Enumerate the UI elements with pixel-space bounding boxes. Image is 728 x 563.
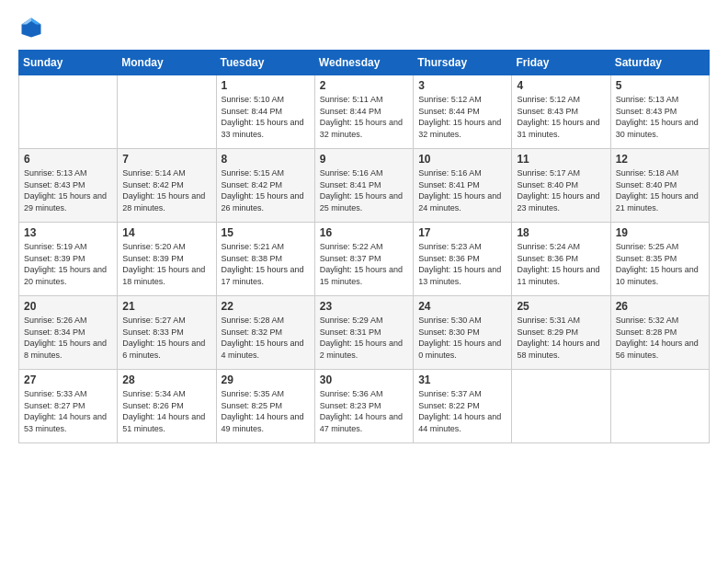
day-number: 28 (122, 373, 210, 386)
day-number: 14 (122, 226, 210, 239)
day-number: 29 (222, 373, 310, 386)
calendar-week-4: 20Sunrise: 5:26 AM Sunset: 8:34 PM Dayli… (19, 296, 710, 370)
day-number: 4 (517, 79, 605, 92)
day-number: 21 (122, 300, 210, 313)
day-number: 25 (517, 300, 605, 313)
day-number: 6 (24, 153, 112, 166)
logo (18, 15, 48, 40)
calendar-header-sunday: Sunday (19, 51, 118, 75)
day-number: 7 (122, 153, 210, 166)
calendar-cell-2-7: 12Sunrise: 5:18 AM Sunset: 8:40 PM Dayli… (610, 149, 709, 223)
cell-content: Sunrise: 5:14 AM Sunset: 8:42 PM Dayligh… (122, 167, 210, 213)
calendar-cell-4-2: 21Sunrise: 5:27 AM Sunset: 8:33 PM Dayli… (118, 296, 216, 370)
cell-content: Sunrise: 5:10 AM Sunset: 8:44 PM Dayligh… (222, 94, 310, 140)
cell-content: Sunrise: 5:21 AM Sunset: 8:38 PM Dayligh… (222, 241, 310, 287)
calendar-cell-1-4: 2Sunrise: 5:11 AM Sunset: 8:44 PM Daylig… (314, 75, 413, 149)
calendar-header-monday: Monday (118, 51, 216, 75)
logo-icon (18, 15, 44, 40)
day-number: 5 (616, 79, 704, 92)
cell-content: Sunrise: 5:30 AM Sunset: 8:30 PM Dayligh… (418, 315, 506, 361)
cell-content: Sunrise: 5:25 AM Sunset: 8:35 PM Dayligh… (616, 241, 704, 287)
day-number: 16 (320, 226, 408, 239)
calendar-cell-4-5: 24Sunrise: 5:30 AM Sunset: 8:30 PM Dayli… (414, 296, 512, 370)
calendar-cell-1-2 (118, 75, 216, 149)
cell-content: Sunrise: 5:36 AM Sunset: 8:23 PM Dayligh… (320, 388, 408, 434)
calendar-week-1: 1Sunrise: 5:10 AM Sunset: 8:44 PM Daylig… (19, 75, 710, 149)
calendar-week-3: 13Sunrise: 5:19 AM Sunset: 8:39 PM Dayli… (19, 223, 710, 296)
cell-content: Sunrise: 5:28 AM Sunset: 8:32 PM Dayligh… (222, 315, 310, 361)
calendar-cell-1-6: 4Sunrise: 5:12 AM Sunset: 8:43 PM Daylig… (512, 75, 610, 149)
cell-content: Sunrise: 5:17 AM Sunset: 8:40 PM Dayligh… (517, 167, 605, 213)
day-number: 27 (24, 373, 112, 386)
calendar-cell-2-4: 9Sunrise: 5:16 AM Sunset: 8:41 PM Daylig… (314, 149, 413, 223)
calendar-cell-3-4: 16Sunrise: 5:22 AM Sunset: 8:37 PM Dayli… (314, 223, 413, 296)
day-number: 24 (418, 300, 506, 313)
cell-content: Sunrise: 5:18 AM Sunset: 8:40 PM Dayligh… (616, 167, 704, 213)
day-number: 2 (320, 79, 408, 92)
calendar-cell-1-5: 3Sunrise: 5:12 AM Sunset: 8:44 PM Daylig… (414, 75, 512, 149)
day-number: 23 (320, 300, 408, 313)
day-number: 8 (222, 153, 310, 166)
calendar-cell-3-1: 13Sunrise: 5:19 AM Sunset: 8:39 PM Dayli… (19, 223, 118, 296)
cell-content: Sunrise: 5:24 AM Sunset: 8:36 PM Dayligh… (517, 241, 605, 287)
calendar-cell-2-1: 6Sunrise: 5:13 AM Sunset: 8:43 PM Daylig… (19, 149, 118, 223)
cell-content: Sunrise: 5:12 AM Sunset: 8:44 PM Dayligh… (418, 94, 506, 140)
calendar-cell-5-5: 31Sunrise: 5:37 AM Sunset: 8:22 PM Dayli… (414, 370, 512, 443)
day-number: 31 (418, 373, 506, 386)
calendar-cell-2-6: 11Sunrise: 5:17 AM Sunset: 8:40 PM Dayli… (512, 149, 610, 223)
calendar-cell-3-3: 15Sunrise: 5:21 AM Sunset: 8:38 PM Dayli… (216, 223, 314, 296)
page: SundayMondayTuesdayWednesdayThursdayFrid… (0, 0, 728, 563)
day-number: 13 (24, 226, 112, 239)
day-number: 1 (222, 79, 310, 92)
calendar-cell-3-5: 17Sunrise: 5:23 AM Sunset: 8:36 PM Dayli… (414, 223, 512, 296)
calendar-cell-1-3: 1Sunrise: 5:10 AM Sunset: 8:44 PM Daylig… (216, 75, 314, 149)
cell-content: Sunrise: 5:33 AM Sunset: 8:27 PM Dayligh… (24, 388, 112, 434)
day-number: 9 (320, 153, 408, 166)
calendar-header-friday: Friday (512, 51, 610, 75)
day-number: 15 (222, 226, 310, 239)
day-number: 20 (24, 300, 112, 313)
calendar-cell-5-6 (512, 370, 610, 443)
day-number: 30 (320, 373, 408, 386)
calendar-cell-1-7: 5Sunrise: 5:13 AM Sunset: 8:43 PM Daylig… (610, 75, 709, 149)
calendar-cell-1-1 (19, 75, 118, 149)
calendar-cell-2-2: 7Sunrise: 5:14 AM Sunset: 8:42 PM Daylig… (118, 149, 216, 223)
cell-content: Sunrise: 5:26 AM Sunset: 8:34 PM Dayligh… (24, 315, 112, 361)
cell-content: Sunrise: 5:15 AM Sunset: 8:42 PM Dayligh… (222, 167, 310, 213)
calendar-header-thursday: Thursday (414, 51, 512, 75)
day-number: 12 (616, 153, 704, 166)
day-number: 22 (222, 300, 310, 313)
header (18, 15, 710, 40)
day-number: 19 (616, 226, 704, 239)
day-number: 17 (418, 226, 506, 239)
calendar-cell-5-1: 27Sunrise: 5:33 AM Sunset: 8:27 PM Dayli… (19, 370, 118, 443)
calendar-header-saturday: Saturday (610, 51, 709, 75)
calendar-cell-3-2: 14Sunrise: 5:20 AM Sunset: 8:39 PM Dayli… (118, 223, 216, 296)
calendar-cell-4-6: 25Sunrise: 5:31 AM Sunset: 8:29 PM Dayli… (512, 296, 610, 370)
calendar-cell-5-2: 28Sunrise: 5:34 AM Sunset: 8:26 PM Dayli… (118, 370, 216, 443)
day-number: 3 (418, 79, 506, 92)
day-number: 11 (517, 153, 605, 166)
calendar-header-tuesday: Tuesday (216, 51, 314, 75)
calendar-cell-3-7: 19Sunrise: 5:25 AM Sunset: 8:35 PM Dayli… (610, 223, 709, 296)
calendar-table: SundayMondayTuesdayWednesdayThursdayFrid… (18, 50, 710, 443)
cell-content: Sunrise: 5:27 AM Sunset: 8:33 PM Dayligh… (122, 315, 210, 361)
calendar-cell-2-5: 10Sunrise: 5:16 AM Sunset: 8:41 PM Dayli… (414, 149, 512, 223)
calendar-week-5: 27Sunrise: 5:33 AM Sunset: 8:27 PM Dayli… (19, 370, 710, 443)
day-number: 10 (418, 153, 506, 166)
calendar-week-2: 6Sunrise: 5:13 AM Sunset: 8:43 PM Daylig… (19, 149, 710, 223)
calendar-header-row: SundayMondayTuesdayWednesdayThursdayFrid… (19, 51, 710, 75)
cell-content: Sunrise: 5:16 AM Sunset: 8:41 PM Dayligh… (320, 167, 408, 213)
cell-content: Sunrise: 5:20 AM Sunset: 8:39 PM Dayligh… (122, 241, 210, 287)
day-number: 26 (616, 300, 704, 313)
cell-content: Sunrise: 5:19 AM Sunset: 8:39 PM Dayligh… (24, 241, 112, 287)
cell-content: Sunrise: 5:31 AM Sunset: 8:29 PM Dayligh… (517, 315, 605, 361)
cell-content: Sunrise: 5:37 AM Sunset: 8:22 PM Dayligh… (418, 388, 506, 434)
cell-content: Sunrise: 5:13 AM Sunset: 8:43 PM Dayligh… (616, 94, 704, 140)
calendar-cell-4-3: 22Sunrise: 5:28 AM Sunset: 8:32 PM Dayli… (216, 296, 314, 370)
cell-content: Sunrise: 5:11 AM Sunset: 8:44 PM Dayligh… (320, 94, 408, 140)
cell-content: Sunrise: 5:23 AM Sunset: 8:36 PM Dayligh… (418, 241, 506, 287)
day-number: 18 (517, 226, 605, 239)
cell-content: Sunrise: 5:12 AM Sunset: 8:43 PM Dayligh… (517, 94, 605, 140)
calendar-cell-4-1: 20Sunrise: 5:26 AM Sunset: 8:34 PM Dayli… (19, 296, 118, 370)
